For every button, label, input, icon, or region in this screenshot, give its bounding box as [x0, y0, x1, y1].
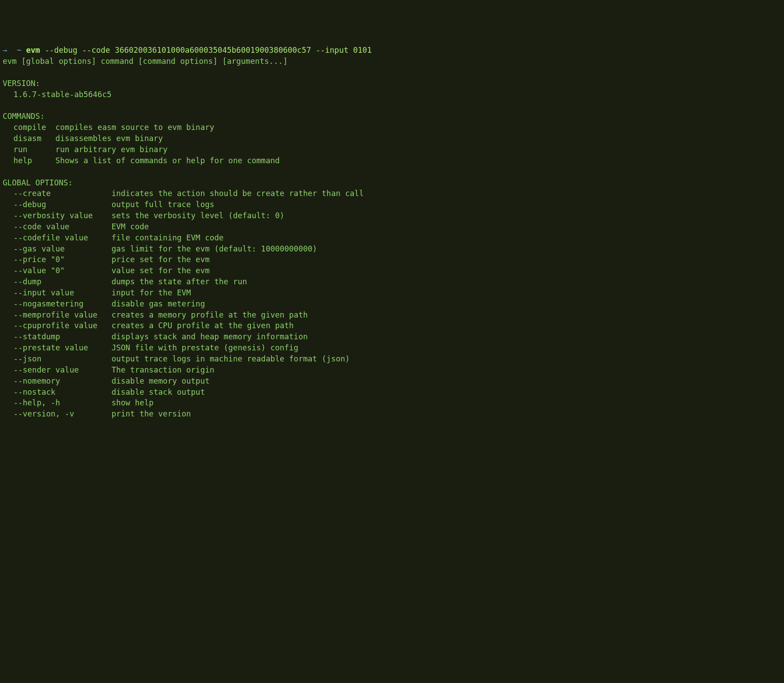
option-row: --help, -hshow help: [3, 398, 153, 407]
option-desc: JSON file with prestate (genesis) config: [111, 343, 298, 352]
command-item-name: disasm: [13, 133, 55, 144]
command-row: disasmdisassembles evm binary: [3, 134, 163, 143]
option-flag: --prestate value: [13, 342, 111, 353]
option-flag: --nostack: [13, 387, 111, 398]
global-options-header: GLOBAL OPTIONS:: [3, 178, 73, 187]
blank-line: [3, 166, 781, 177]
option-row: --code valueEVM code: [3, 222, 149, 231]
option-row: --debugoutput full trace logs: [3, 200, 214, 209]
option-desc: creates a CPU profile at the given path: [111, 321, 294, 330]
option-flag: --help, -h: [13, 397, 111, 408]
option-flag: --code value: [13, 221, 111, 232]
option-row: --value "0"value set for the evm: [3, 266, 210, 275]
option-row: --price "0"price set for the evm: [3, 255, 210, 264]
option-desc: indicates the action should be create ra…: [111, 189, 364, 198]
option-flag: --cpuprofile value: [13, 320, 111, 331]
usage-line: evm [global options] command [command op…: [3, 57, 288, 66]
option-row: --nostackdisable stack output: [3, 388, 205, 396]
option-desc: dumps the state after the run: [111, 277, 247, 286]
option-row: --gas valuegas limit for the evm (defaul…: [3, 244, 317, 253]
option-row: --nogasmeteringdisable gas metering: [3, 299, 205, 308]
option-flag: --json: [13, 353, 111, 365]
version-value: 1.6.7-stable-ab5646c5: [3, 90, 111, 99]
command-row: runrun arbitrary evm binary: [3, 145, 168, 154]
option-flag: --debug: [13, 199, 111, 210]
command-item-name: help: [13, 155, 55, 166]
command-item-desc: Shows a list of commands or help for one…: [55, 156, 280, 165]
prompt-line: → ~ evm --debug --code 366020036101000a6…: [3, 46, 372, 55]
option-desc: creates a memory profile at the given pa…: [111, 310, 308, 319]
command-item-name: compile: [13, 122, 55, 133]
option-row: --nomemorydisable memory output: [3, 377, 210, 385]
terminal-output: → ~ evm --debug --code 366020036101000a6…: [3, 45, 781, 420]
prompt-tilde: ~: [17, 46, 22, 55]
prompt-arrow-icon: →: [3, 46, 8, 55]
command-item-desc: disassembles evm binary: [55, 134, 163, 143]
global-options-list: --createindicates the action should be c…: [3, 188, 781, 420]
option-row: --jsonoutput trace logs in machine reada…: [3, 354, 350, 363]
option-desc: show help: [111, 398, 153, 407]
option-row: --cpuprofile valuecreates a CPU profile …: [3, 321, 294, 330]
option-row: --createindicates the action should be c…: [3, 189, 364, 198]
option-flag: --codefile value: [13, 232, 111, 243]
option-flag: --nomemory: [13, 376, 111, 387]
command-item-name: run: [13, 144, 55, 155]
command-name: evm: [26, 46, 40, 55]
command-args: --debug --code 366020036101000a600035045…: [45, 46, 372, 55]
commands-list: compilecompiles easm source to evm binar…: [3, 122, 781, 166]
blank-line: [3, 67, 781, 78]
blank-line: [3, 100, 781, 111]
option-flag: --verbosity value: [13, 210, 111, 221]
command-item-desc: run arbitrary evm binary: [55, 145, 168, 154]
option-desc: output full trace logs: [111, 200, 214, 209]
option-flag: --nogasmetering: [13, 298, 111, 310]
command-row: compilecompiles easm source to evm binar…: [3, 123, 214, 132]
option-desc: displays stack and heap memory informati…: [111, 332, 308, 341]
option-flag: --price "0": [13, 254, 111, 265]
option-row: --prestate valueJSON file with prestate …: [3, 343, 298, 352]
option-desc: sets the verbosity level (default: 0): [111, 211, 284, 220]
option-flag: --statdump: [13, 331, 111, 342]
option-desc: value set for the evm: [111, 266, 209, 275]
option-flag: --create: [13, 188, 111, 199]
option-flag: --gas value: [13, 243, 111, 255]
option-desc: print the version: [111, 409, 191, 418]
option-desc: disable memory output: [111, 377, 209, 385]
command-item-desc: compiles easm source to evm binary: [55, 123, 214, 132]
option-flag: --sender value: [13, 365, 111, 376]
command-row: helpShows a list of commands or help for…: [3, 156, 280, 165]
commands-header: COMMANDS:: [3, 112, 45, 121]
option-desc: price set for the evm: [111, 255, 209, 264]
option-desc: gas limit for the evm (default: 10000000…: [111, 244, 317, 253]
option-row: --sender valueThe transaction origin: [3, 365, 214, 374]
option-flag: --version, -v: [13, 408, 111, 420]
option-desc: disable gas metering: [111, 299, 205, 308]
option-desc: input for the EVM: [111, 288, 191, 297]
option-flag: --value "0": [13, 265, 111, 276]
option-desc: EVM code: [111, 222, 149, 231]
option-row: --input valueinput for the EVM: [3, 288, 191, 297]
option-row: --dumpdumps the state after the run: [3, 277, 247, 286]
option-desc: disable stack output: [111, 388, 205, 396]
option-flag: --input value: [13, 287, 111, 298]
option-row: --codefile valuefile containing EVM code: [3, 233, 223, 242]
option-row: --memprofile valuecreates a memory profi…: [3, 310, 308, 319]
version-header: VERSION:: [3, 79, 40, 88]
option-row: --statdumpdisplays stack and heap memory…: [3, 332, 308, 341]
option-row: --version, -vprint the version: [3, 409, 191, 418]
option-flag: --memprofile value: [13, 310, 111, 321]
option-desc: output trace logs in machine readable fo…: [111, 354, 349, 363]
option-flag: --dump: [13, 276, 111, 287]
option-desc: file containing EVM code: [111, 233, 223, 242]
option-row: --verbosity valuesets the verbosity leve…: [3, 211, 284, 220]
option-desc: The transaction origin: [111, 365, 214, 374]
